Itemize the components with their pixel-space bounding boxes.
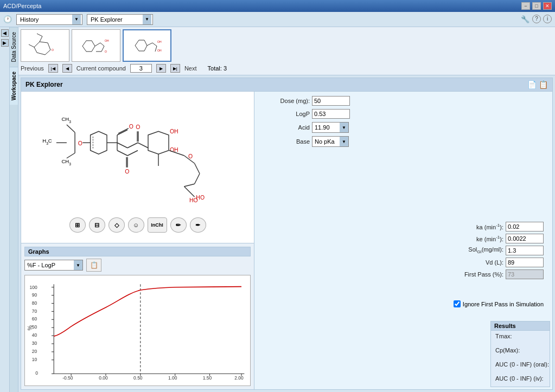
vertical-tabs: Data Source Workspace	[10, 27, 18, 392]
inchi-button[interactable]: InChI	[148, 217, 167, 233]
svg-text:OH: OH	[157, 40, 162, 43]
copy2-struct-button[interactable]: ⊟	[89, 217, 105, 233]
compound-thumb-1[interactable]: O	[21, 29, 69, 62]
ka-input[interactable]	[506, 222, 544, 232]
results-body: Tmax: 125 min Cp(Max): 0.43 μg/ml AUC (0…	[491, 331, 550, 389]
graph-type-dropdown[interactable]: %F - LogP ▼	[24, 260, 83, 271]
content-area: ◀ ▶ Data Source Workspace	[0, 27, 555, 392]
svg-line-47	[118, 128, 128, 134]
svg-line-18	[101, 46, 104, 52]
structure-toolbar: ⊞ ⊟ ◇ ☺ InChI ✏ ✒	[69, 217, 206, 233]
svg-text:20: 20	[32, 349, 37, 354]
pk-explorer-dropdown[interactable]: PK Explorer ▼	[87, 14, 153, 25]
logp-input[interactable]	[312, 109, 350, 119]
compound-thumb-3[interactable]: OH OH	[123, 29, 171, 62]
ke-input[interactable]	[506, 234, 544, 243]
dose-label: Dose (mg):	[261, 98, 310, 104]
tab-data-source[interactable]: Data Source	[10, 27, 18, 67]
firstpass-input[interactable]	[506, 269, 544, 279]
svg-text:90: 90	[32, 292, 37, 298]
svg-text:O: O	[52, 48, 54, 52]
side-btn-right[interactable]: ▶	[1, 39, 9, 47]
smile-button[interactable]: ☺	[128, 217, 144, 233]
edit1-button[interactable]: ✏	[170, 217, 187, 233]
base-row: Base No pKa ▼	[261, 136, 546, 147]
side-btn-left[interactable]: ◀	[1, 29, 9, 37]
nav-first-button[interactable]: |◀	[48, 64, 58, 73]
cpmax-label: Cp(Max):	[495, 347, 552, 360]
right-panel: Dose (mg): LogP Acid 11.90 ▼	[254, 92, 552, 389]
graph-type-arrow[interactable]: ▼	[74, 260, 82, 270]
chart-svg: % 100 90 80 70 60	[25, 275, 250, 385]
svg-text:80: 80	[32, 300, 37, 306]
copy-struct-button[interactable]: ⊞	[69, 217, 86, 233]
solgi-input[interactable]	[506, 246, 544, 255]
toolbar-icons: 🔧 ? i	[520, 15, 552, 24]
previous-label: Previous	[21, 65, 44, 72]
logp-label: LogP	[261, 111, 310, 117]
nav-prev-button[interactable]: ◀	[62, 64, 72, 73]
ke-row: ke (min-1):	[460, 234, 544, 243]
help-icon[interactable]: ?	[532, 15, 541, 23]
structure-area: CH3 H3C CH3 O	[21, 92, 254, 243]
info-icon[interactable]: i	[543, 15, 552, 23]
vd-input[interactable]	[506, 258, 544, 267]
svg-line-25	[144, 46, 147, 51]
close-button[interactable]: ✕	[543, 2, 552, 10]
acid-select[interactable]: 11.90 ▼	[312, 122, 349, 133]
history-dropdown-arrow[interactable]: ▼	[72, 15, 81, 24]
acid-value: 11.90	[312, 124, 340, 131]
base-label: Base	[261, 138, 310, 145]
svg-line-28	[147, 43, 152, 46]
svg-line-58	[117, 151, 127, 156]
svg-text:CH3: CH3	[61, 158, 71, 166]
window-controls: − □ ✕	[521, 2, 552, 10]
copy-report-icon[interactable]: 📋	[539, 80, 548, 89]
graphs-header: Graphs	[24, 247, 251, 256]
svg-line-7	[37, 34, 42, 36]
graph-copy-button[interactable]: 📋	[86, 259, 101, 272]
svg-text:HO: HO	[196, 195, 205, 201]
nav-next-button[interactable]: ▶	[156, 64, 166, 73]
svg-line-13	[92, 46, 95, 52]
dose-input[interactable]	[312, 96, 350, 106]
maximize-button[interactable]: □	[532, 2, 541, 10]
acid-dropdown-arrow[interactable]: ▼	[340, 123, 348, 132]
firstpass-label: First Pass (%):	[460, 271, 503, 278]
pk-explorer-header: PK Explorer 📄 📋	[21, 78, 552, 92]
svg-text:O: O	[188, 153, 193, 159]
ke-label: ke (min-1):	[460, 235, 503, 242]
side-strip: ◀ ▶	[0, 27, 10, 392]
vd-label: Vd (L):	[460, 259, 503, 266]
tab-workspace[interactable]: Workspace	[10, 67, 18, 105]
diamond-button[interactable]: ◇	[109, 217, 125, 233]
svg-text:O: O	[105, 50, 107, 53]
svg-text:0.00: 0.00	[99, 375, 108, 381]
svg-line-12	[92, 41, 95, 46]
auc-iv-label: AUC (0 - INF) (iv):	[495, 375, 552, 388]
base-dropdown-arrow[interactable]: ▼	[340, 137, 348, 146]
minimize-button[interactable]: −	[521, 2, 530, 10]
compound-strip: O OH	[18, 27, 555, 75]
next-label: Next	[184, 65, 197, 72]
svg-line-71	[184, 187, 194, 197]
compound-thumb-2[interactable]: OH O	[72, 29, 120, 62]
toolbar: 🕐 History ▼ PK Explorer ▼ 🔧 ? i	[0, 12, 555, 27]
svg-line-46	[117, 130, 127, 136]
auc-oral-result-row: AUC (0 - INF) (oral): 4.16 μg×h/ml	[495, 361, 545, 374]
base-select[interactable]: No pKa ▼	[312, 136, 349, 147]
svg-line-5	[34, 47, 37, 53]
pk-explorer-dropdown-arrow[interactable]: ▼	[143, 15, 151, 24]
svg-line-3	[45, 50, 50, 55]
svg-line-70	[184, 184, 194, 187]
results-section: Results Tmax: 125 min Cp(Max): 0.43 μg/m…	[490, 321, 550, 387]
nav-last-button[interactable]: ▶|	[170, 64, 180, 73]
edit2-button[interactable]: ✒	[190, 217, 206, 233]
history-dropdown[interactable]: History ▼	[16, 14, 82, 25]
pdf-icon[interactable]: 📄	[527, 80, 537, 89]
auc-oral-label: AUC (0 - INF) (oral):	[495, 361, 552, 374]
current-compound-input[interactable]	[130, 64, 152, 73]
svg-line-1	[40, 42, 48, 43]
ignore-firstpass-checkbox[interactable]	[454, 300, 461, 307]
wrench-icon[interactable]: 🔧	[520, 15, 530, 24]
